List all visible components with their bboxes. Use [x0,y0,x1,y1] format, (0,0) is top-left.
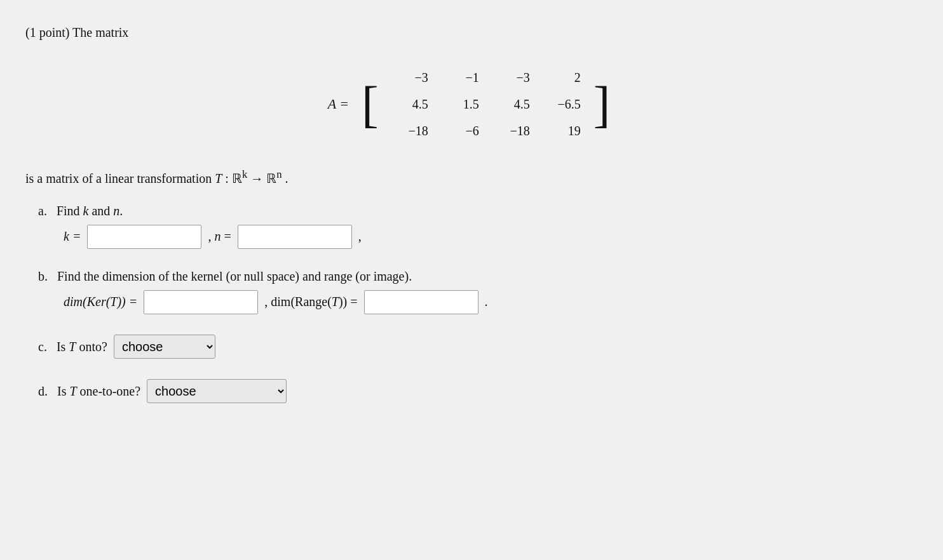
cell-2-2: −18 [510,124,533,138]
cell-2-0: −18 [408,124,431,138]
cell-1-3: −6.5 [557,97,584,112]
problem-period: . [285,171,288,185]
cell-0-0: −3 [414,70,431,85]
k-superscript: k [242,168,247,180]
matrix-grid: −3 −1 −3 2 4.5 1.5 4.5 −6.5 −18 −6 −18 1… [381,59,591,149]
part-c-label: c. Is T onto? choose Yes No [38,335,915,359]
n-input[interactable] [238,225,352,249]
k-label: k = [64,229,81,244]
problem-arrow: → ℝ [250,171,276,185]
part-b: b. Find the dimension of the kernel (or … [38,269,915,314]
k-n-separator: , n = [208,229,231,244]
cell-0-2: −3 [516,70,533,85]
cell-0-1: −1 [465,70,482,85]
ker-range-separator: , dim(Range(T)) = [264,295,357,309]
part-d-label: d. Is T one-to-one? choose Yes No [38,379,915,403]
header-text: (1 point) The matrix [25,25,128,39]
cell-1-2: 4.5 [514,97,534,112]
k-input[interactable] [87,225,201,249]
part-c: c. Is T onto? choose Yes No [38,335,915,359]
n-superscript: n [276,168,282,180]
part-a-label: a. Find k and n. [38,204,915,218]
part-a-inputs: k = , n = , [64,225,915,249]
one-to-one-dropdown[interactable]: choose Yes No [147,379,287,403]
problem-header: (1 point) The matrix [25,25,915,40]
matrix-label: A = [328,96,349,112]
problem-colon: : ℝ [225,171,242,185]
matrix-bracket-wrap: [ −3 −1 −3 2 4.5 1.5 4.5 −6.5 −18 −6 −18… [359,59,613,149]
problem-text-before: is a matrix of a linear transformation [25,171,215,185]
part-b-label: b. Find the dimension of the kernel (or … [38,269,915,284]
dim-ker-input[interactable] [144,290,258,314]
cell-1-1: 1.5 [463,97,483,112]
left-bracket: [ [359,59,381,149]
right-bracket: ] [591,59,613,149]
trailing-period-b: . [485,295,488,309]
cell-0-3: 2 [574,70,585,85]
cell-1-0: 4.5 [412,97,432,112]
dim-range-input[interactable] [364,290,478,314]
cell-2-1: −6 [465,124,482,138]
onto-dropdown[interactable]: choose Yes No [114,335,215,359]
page: (1 point) The matrix A = [ −3 −1 −3 2 4.… [25,25,915,403]
trailing-comma-a: , [358,229,362,244]
cell-2-3: 19 [568,124,585,138]
part-b-inputs: dim(Ker(T)) = , dim(Range(T)) = . [64,290,915,314]
dim-ker-label: dim(Ker(T)) = [64,295,137,309]
part-d: d. Is T one-to-one? choose Yes No [38,379,915,403]
matrix-section: A = [ −3 −1 −3 2 4.5 1.5 4.5 −6.5 −18 −6… [25,59,915,149]
T-label: T [215,171,222,185]
part-a: a. Find k and n. k = , n = , [38,204,915,249]
problem-description: is a matrix of a linear transformation T… [25,168,915,186]
